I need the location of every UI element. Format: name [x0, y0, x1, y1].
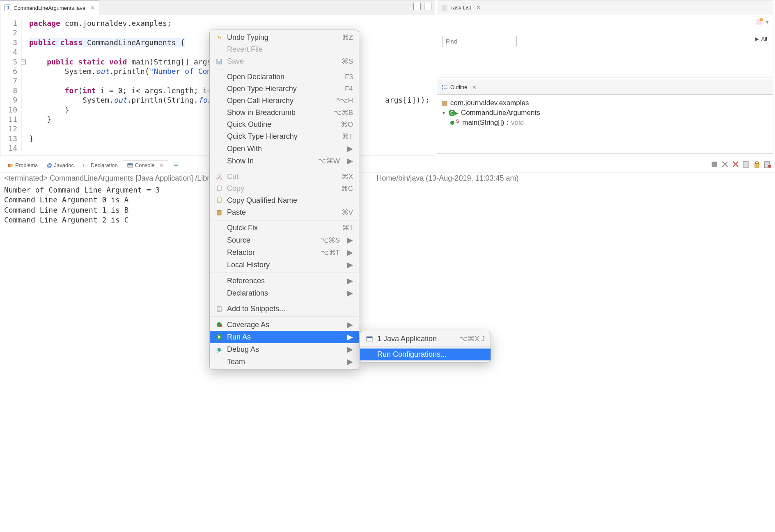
menu-item-label: Show in Breadcrumb [227, 108, 329, 117]
editor-tabbar: J CommandLineArguments.java ✕ [0, 0, 435, 15]
close-icon[interactable]: ✕ [476, 5, 481, 11]
svg-rect-6 [712, 162, 717, 167]
console-status-line: <terminated> CommandLineArguments [Java … [0, 172, 775, 183]
menu-shortcut: ⌘V [342, 208, 353, 217]
svg-point-24 [220, 178, 222, 179]
svg-rect-18 [442, 88, 443, 89]
menu-item-open-declaration[interactable]: Open DeclarationF3 [210, 71, 359, 83]
menu-item-label: Run Configurations... [377, 350, 485, 359]
outline-tree[interactable]: com.journaldev.examples ▼ C ▶ CommandLin… [437, 95, 773, 131]
menu-item-run-configurations[interactable]: Run Configurations... [360, 349, 491, 360]
remove-all2-button[interactable] [731, 160, 740, 168]
tab-javadoc[interactable]: @ Javadoc [43, 161, 78, 170]
disclose-icon[interactable]: ▼ [441, 110, 446, 116]
menu-separator [360, 346, 491, 347]
submenu-arrow-icon: ▶ [347, 320, 353, 329]
menu-shortcut: ⌘T [342, 132, 353, 141]
menu-item-local-history[interactable]: Local History▶ [210, 259, 359, 271]
static-icon: S [456, 119, 459, 124]
menu-item-add-to-snippets[interactable]: Add to Snippets... [210, 303, 359, 315]
tab-console[interactable]: Console ✕ [123, 160, 168, 170]
menu-item-quick-fix[interactable]: Quick Fix⌘1 [210, 222, 359, 234]
tasklist-header: Task List ✕ [437, 0, 773, 15]
minimize-view-icon[interactable] [413, 3, 421, 10]
submenu-arrow-icon: ▶ [347, 276, 353, 285]
maximize-view-icon[interactable] [424, 3, 431, 10]
javadoc-icon: @ [47, 162, 52, 168]
menu-item-debug-as[interactable]: Debug As▶ [210, 343, 359, 355]
menu-item-label: Undo Typing [227, 33, 338, 42]
menu-item-quick-type-hierarchy[interactable]: Quick Type Hierarchy⌘T [210, 131, 359, 142]
submenu-arrow-icon: ▶ [347, 144, 353, 153]
tab-next[interactable] [169, 161, 183, 170]
menu-item-refactor[interactable]: Refactor⌥⌘T▶ [210, 246, 359, 259]
fold-collapse-icon[interactable]: − [21, 60, 26, 64]
editor-tab[interactable]: J CommandLineArguments.java ✕ [0, 0, 99, 15]
menu-shortcut: ⌥⌘S [320, 236, 340, 245]
outline-icon [441, 84, 448, 91]
menu-shortcut: ⌘1 [342, 224, 353, 232]
console-icon [127, 163, 133, 168]
menu-separator [210, 169, 359, 169]
menu-item-paste[interactable]: Paste⌘V [210, 206, 359, 218]
console-output[interactable]: Number of Command Line Argument = 3 Comm… [0, 183, 775, 227]
clear-button[interactable] [742, 160, 750, 168]
context-menu[interactable]: Undo Typing⌘ZRevert FileSave⌘SOpen Decla… [209, 30, 359, 370]
menu-shortcut: ⌥⌘T [321, 248, 340, 257]
tab-problems[interactable]: Problems [3, 161, 42, 170]
tasklist-toolbar: ▾ [755, 18, 769, 26]
menu-separator [210, 220, 359, 220]
menu-item-quick-outline[interactable]: Quick Outline⌘O [210, 119, 359, 131]
tree-row-method[interactable]: S main(String[]) : void [441, 118, 769, 128]
submenu-arrow-icon: ▶ [347, 260, 353, 269]
tab-declaration[interactable]: Declaration [79, 161, 122, 170]
problems-icon [7, 163, 13, 168]
svg-point-23 [217, 178, 218, 179]
svg-rect-37 [367, 337, 372, 338]
menu-shortcut: ⌘Z [342, 33, 353, 42]
find-input[interactable] [442, 36, 517, 47]
tree-row-package[interactable]: com.journaldev.examples [441, 98, 769, 108]
menu-item-team[interactable]: Team▶ [210, 355, 359, 368]
scroll-lock-button[interactable] [753, 160, 761, 168]
submenu-arrow-icon: ▶ [347, 357, 353, 366]
svg-rect-16 [442, 85, 443, 87]
menu-item-open-call-hierarchy[interactable]: Open Call Hierarchy^⌥H [210, 95, 359, 107]
menu-item-open-type-hierarchy[interactable]: Open Type HierarchyF4 [210, 83, 359, 95]
menu-item-source[interactable]: Source⌥⌘S▶ [210, 234, 359, 246]
tasklist-icon [441, 5, 448, 11]
menu-item-open-with[interactable]: Open With▶ [210, 142, 359, 155]
menu-shortcut: ⌘O [341, 120, 353, 129]
dropdown-chevron-icon[interactable]: ▾ [766, 19, 769, 25]
remove-all-button[interactable] [721, 160, 729, 168]
close-icon[interactable]: ✕ [159, 162, 164, 168]
return-type: void [511, 119, 524, 127]
svg-point-10 [768, 165, 771, 168]
tab-label: Declaration [91, 162, 118, 168]
run-as-submenu[interactable]: 1 Java Application⌥⌘X JRun Configuration… [360, 331, 491, 362]
menu-item-undo-typing[interactable]: Undo Typing⌘Z [210, 32, 359, 44]
class-label: CommandLineArguments [461, 109, 540, 117]
svg-rect-8 [755, 164, 759, 167]
menu-shortcut: F3 [345, 73, 353, 81]
menu-separator [210, 301, 359, 301]
menu-item-1-java-application[interactable]: 1 Java Application⌥⌘X J [360, 333, 491, 345]
menu-item-copy-qualified-name[interactable]: Copy Qualified Name [210, 195, 359, 206]
pin-button[interactable] [764, 160, 772, 168]
submenu-arrow-icon: ▶ [347, 332, 353, 342]
menu-item-run-as[interactable]: Run As▶ [210, 331, 359, 343]
menu-item-references[interactable]: References▶ [210, 275, 359, 287]
tasklist-title: Task List [450, 5, 471, 11]
tree-row-class[interactable]: ▼ C ▶ CommandLineArguments [441, 108, 769, 118]
menu-item-show-in-breadcrumb[interactable]: Show in Breadcrumb⌥⌘B [210, 107, 359, 119]
all-link[interactable]: All [761, 36, 767, 42]
menu-item-show-in[interactable]: Show In⌥⌘W▶ [210, 155, 359, 167]
close-icon[interactable]: ✕ [472, 84, 477, 90]
menu-item-declarations[interactable]: Declarations▶ [210, 287, 359, 299]
terminate-button[interactable] [710, 160, 718, 168]
next-icon[interactable]: ▶ [755, 36, 759, 42]
close-icon[interactable]: ✕ [90, 5, 95, 11]
new-task-button[interactable] [755, 18, 764, 26]
menu-item-coverage-as[interactable]: Coverage As▶ [210, 319, 359, 331]
menu-item-label: Show In [227, 157, 314, 165]
